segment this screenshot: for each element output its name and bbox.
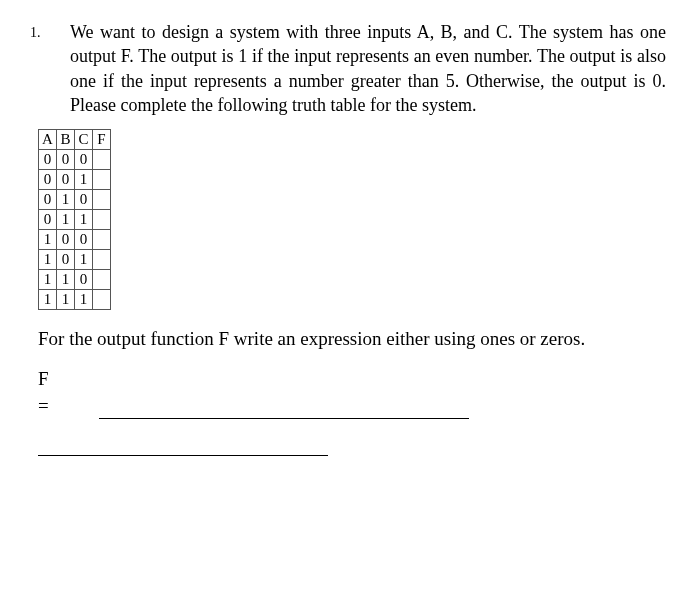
cell-C: 1 — [75, 250, 93, 270]
problem-number: 1. — [30, 20, 70, 117]
table-row: 1 0 1 — [39, 250, 111, 270]
cell-F[interactable] — [93, 170, 111, 190]
truth-table: A B C F 0 0 0 0 0 1 0 1 0 0 1 1 1 0 0 1 … — [38, 129, 111, 310]
table-row: 1 1 0 — [39, 270, 111, 290]
header-A: A — [39, 130, 57, 150]
cell-B: 0 — [57, 230, 75, 250]
cell-C: 1 — [75, 170, 93, 190]
cell-F[interactable] — [93, 190, 111, 210]
header-F: F — [93, 130, 111, 150]
cell-F[interactable] — [93, 290, 111, 310]
cell-C: 0 — [75, 190, 93, 210]
cell-A: 0 — [39, 210, 57, 230]
cell-B: 1 — [57, 270, 75, 290]
answer-area: F = — [38, 366, 670, 463]
cell-A: 0 — [39, 190, 57, 210]
problem-text: We want to design a system with three in… — [70, 20, 670, 117]
expression-prompt: For the output function F write an expre… — [38, 326, 662, 352]
cell-C: 1 — [75, 290, 93, 310]
cell-B: 1 — [57, 210, 75, 230]
table-row: 0 0 0 — [39, 150, 111, 170]
cell-A: 1 — [39, 270, 57, 290]
table-row: 1 1 1 — [39, 290, 111, 310]
table-header-row: A B C F — [39, 130, 111, 150]
cell-F[interactable] — [93, 230, 111, 250]
problem-block: 1. We want to design a system with three… — [30, 20, 670, 117]
table-row: 0 1 0 — [39, 190, 111, 210]
cell-A: 1 — [39, 290, 57, 310]
cell-B: 1 — [57, 190, 75, 210]
cell-C: 0 — [75, 150, 93, 170]
cell-B: 1 — [57, 290, 75, 310]
cell-A: 0 — [39, 150, 57, 170]
table-row: 0 0 1 — [39, 170, 111, 190]
cell-F[interactable] — [93, 150, 111, 170]
cell-F[interactable] — [93, 250, 111, 270]
cell-C: 0 — [75, 230, 93, 250]
cell-F[interactable] — [93, 270, 111, 290]
cell-C: 1 — [75, 210, 93, 230]
equals-sign: = — [38, 393, 49, 419]
cell-F[interactable] — [93, 210, 111, 230]
table-row: 0 1 1 — [39, 210, 111, 230]
cell-A: 1 — [39, 250, 57, 270]
answer-blank-1[interactable] — [99, 400, 469, 419]
cell-B: 0 — [57, 170, 75, 190]
table-row: 1 0 0 — [39, 230, 111, 250]
cell-C: 0 — [75, 270, 93, 290]
cell-B: 0 — [57, 150, 75, 170]
header-C: C — [75, 130, 93, 150]
cell-A: 0 — [39, 170, 57, 190]
cell-B: 0 — [57, 250, 75, 270]
cell-A: 1 — [39, 230, 57, 250]
header-B: B — [57, 130, 75, 150]
output-label: F — [38, 366, 670, 392]
answer-blank-2[interactable] — [38, 437, 328, 456]
